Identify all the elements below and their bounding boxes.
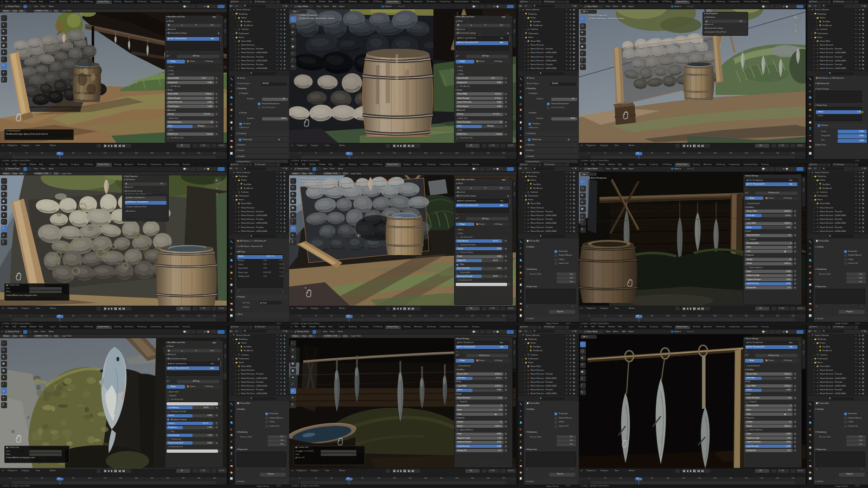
svg-text:✕: ✕ xyxy=(304,286,307,289)
